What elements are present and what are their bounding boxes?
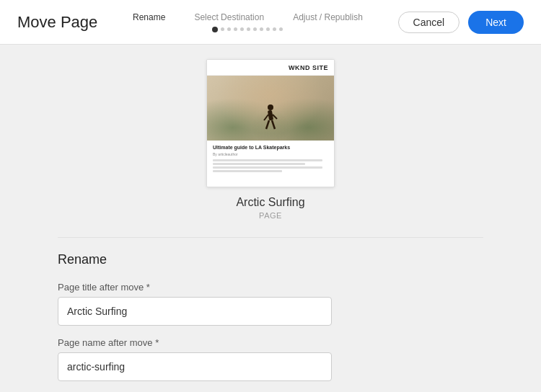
card-line	[213, 166, 322, 169]
page-title: Move Page	[17, 13, 97, 32]
svg-line-2	[266, 120, 269, 129]
step-wizard: Rename Select Destination Adjust / Repub…	[133, 12, 363, 32]
skater-icon	[263, 104, 278, 133]
svg-line-3	[272, 120, 275, 129]
title-label: Page title after move *	[58, 282, 483, 293]
dot-11	[279, 27, 283, 31]
dot-4	[234, 27, 237, 31]
card-line	[213, 159, 322, 161]
dot-3	[227, 27, 231, 31]
card-body: Ultimate guide to LA Skateparks By artic…	[207, 141, 334, 177]
card-lines	[213, 159, 328, 172]
dot-6	[247, 27, 250, 31]
cancel-button[interactable]: Cancel	[398, 12, 460, 33]
page-title-input[interactable]	[58, 297, 332, 326]
rename-title: Rename	[58, 252, 483, 267]
name-field-group: Page name after move *	[58, 337, 483, 381]
card-article-title: Ultimate guide to LA Skateparks	[213, 145, 328, 150]
svg-line-5	[273, 115, 277, 119]
dot-1	[212, 27, 218, 32]
dot-2	[221, 27, 224, 31]
name-label: Page name after move *	[58, 337, 483, 348]
dot-7	[253, 27, 257, 31]
step-label-rename: Rename	[133, 12, 165, 22]
card-site-title: WKND SITE	[289, 64, 328, 71]
step-label-destination: Select Destination	[194, 12, 264, 22]
page-type: PAGE	[259, 211, 282, 220]
header-actions: Cancel Next	[398, 11, 524, 34]
step-dots	[212, 27, 283, 32]
svg-line-4	[264, 115, 268, 120]
step-label-adjust: Adjust / Republish	[293, 12, 363, 22]
card-image	[207, 76, 334, 141]
header: Move Page Rename Select Destination Adju…	[0, 0, 541, 45]
card-article-sub: By articleauthor	[213, 152, 328, 156]
rename-section: Rename Page title after move * Page name…	[58, 237, 483, 381]
card-line	[213, 170, 282, 172]
svg-point-0	[268, 104, 273, 110]
page-name-input[interactable]	[58, 352, 332, 381]
dot-9	[266, 27, 270, 31]
dot-8	[260, 27, 263, 31]
card-line	[213, 163, 305, 165]
preview-section: WKND SITE Ultimate guide to LA Skatepark…	[58, 59, 483, 220]
dot-5	[240, 27, 244, 31]
title-field-group: Page title after move *	[58, 282, 483, 326]
step-labels: Rename Select Destination Adjust / Repub…	[133, 12, 363, 22]
main-content: WKND SITE Ultimate guide to LA Skatepark…	[0, 45, 541, 392]
page-name: Arctic Surfing	[236, 196, 304, 209]
dot-10	[273, 27, 276, 31]
card-header: WKND SITE	[207, 60, 334, 76]
next-button[interactable]: Next	[468, 11, 524, 34]
page-card: WKND SITE Ultimate guide to LA Skatepark…	[206, 59, 335, 187]
